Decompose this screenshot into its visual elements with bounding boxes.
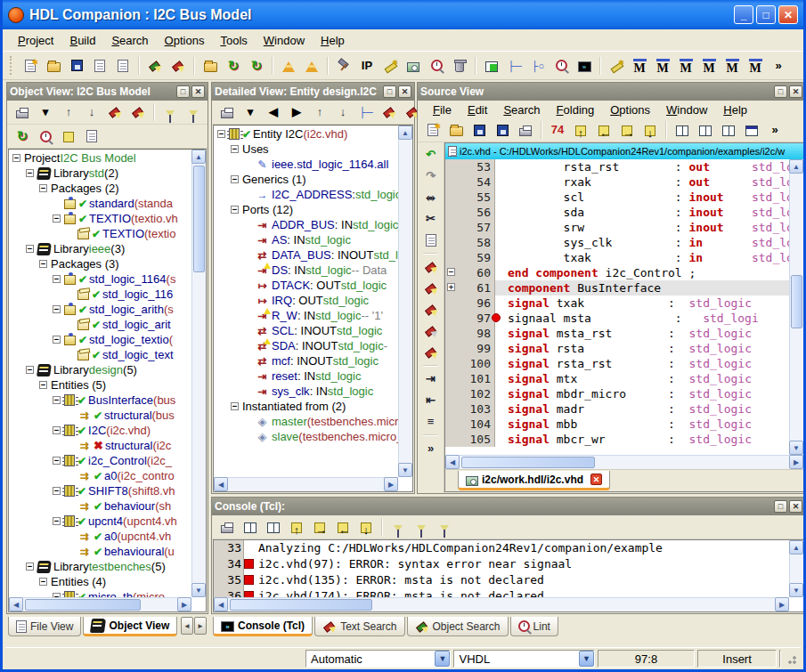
tree-node[interactable]: −✔TEXTIO (textio: [9, 226, 191, 241]
collapse-icon[interactable]: −: [231, 402, 239, 410]
code-line[interactable]: 60−end component i2c_Control ;: [445, 265, 789, 280]
menu-options[interactable]: Options: [157, 31, 213, 50]
tree-node[interactable]: −Entities (5): [9, 377, 191, 393]
tree-node[interactable]: −◈master (testbenches.micro: [214, 414, 398, 429]
tree-node[interactable]: −✔i2c_Control (i2c_: [9, 453, 191, 468]
tile-vertical-icon[interactable]: [718, 119, 739, 141]
fold-expand-icon[interactable]: +: [447, 283, 455, 291]
tree-node[interactable]: −⇄mcf : INOUT std_logic: [214, 353, 398, 368]
line-number[interactable]: 99: [445, 341, 495, 356]
tree-node[interactable]: −✔standard (standa: [9, 196, 191, 211]
code-line[interactable]: 98signal msta_rst : std_logic: [445, 326, 789, 341]
font-size-icon[interactable]: 74: [547, 119, 568, 141]
tree-node[interactable]: −✔std_logic_1164 (s: [9, 271, 191, 287]
menu-help[interactable]: Help: [313, 31, 353, 50]
toggle-hierarchy-view-icon[interactable]: ├─: [504, 55, 525, 77]
maximize-button[interactable]: □: [756, 5, 776, 24]
language-dropdown[interactable]: VHDL ▼: [453, 650, 595, 668]
source-view-close-button[interactable]: ✕: [789, 85, 802, 98]
tree-node[interactable]: −Library design (5): [9, 362, 191, 377]
line-number[interactable]: 58: [445, 235, 495, 250]
tree-node[interactable]: −Library ieee (3): [9, 241, 191, 256]
modelsim-compile-all-icon[interactable]: M: [652, 55, 673, 77]
indent-icon[interactable]: ≡: [420, 411, 442, 433]
editor-vscrollbar[interactable]: ▲▼: [789, 159, 803, 455]
line-number[interactable]: 61+: [445, 280, 495, 296]
project-report-icon[interactable]: [89, 55, 110, 77]
bookmark-up-icon[interactable]: ↑: [286, 516, 307, 538]
tree-node[interactable]: −Library std (2): [9, 166, 191, 181]
tab-scroll-right-icon[interactable]: ►: [194, 617, 207, 635]
new-file-icon[interactable]: [422, 119, 444, 141]
capture-icon[interactable]: [403, 55, 424, 77]
tree-node[interactable]: −→I2C_ADDRESS : std_logic_: [214, 187, 398, 202]
collapse-icon[interactable]: −: [26, 245, 34, 253]
collapse-icon[interactable]: −: [12, 154, 20, 162]
editor-file-tab[interactable]: i2c/work.hdl/i2c.vhd ✕: [458, 471, 610, 490]
tile-horizontal-icon[interactable]: [741, 119, 762, 141]
lint-icon[interactable]: [426, 55, 447, 77]
detailed-view-vscrollbar[interactable]: ▲▼: [398, 125, 412, 477]
menu-search[interactable]: Search: [103, 31, 156, 50]
bookmark-prev-icon[interactable]: ←: [332, 516, 354, 538]
tree-node[interactable]: −✔micro_tb (micro: [9, 589, 191, 597]
tree-node[interactable]: −⇄DATA_BUS : INOUT std_log: [214, 247, 398, 263]
tree-node[interactable]: −✎ieee.std_logic_1164.all: [214, 157, 398, 172]
tree-node[interactable]: −⇉✔a0 (i2c_contro: [9, 468, 191, 483]
search-more-icon[interactable]: [127, 101, 149, 123]
search-icon[interactable]: [379, 101, 400, 123]
generate-icon[interactable]: [379, 55, 401, 77]
collapse-icon[interactable]: −: [39, 381, 47, 389]
tree-node[interactable]: −✔upcnt4 (upcnt4.vh: [9, 514, 191, 529]
save-file-icon[interactable]: [468, 119, 490, 141]
tree-node[interactable]: −✔Entity I2C (i2c.vhd): [214, 126, 398, 142]
console-hscrollbar[interactable]: ◀▶: [214, 597, 789, 611]
collapse-icon[interactable]: −: [39, 184, 47, 192]
source-view-maximize-button[interactable]: □: [774, 85, 787, 98]
menu-options[interactable]: Options: [602, 101, 658, 119]
toolbar-overflow-icon[interactable]: »: [768, 55, 789, 77]
close-window-icon[interactable]: [672, 119, 693, 141]
tree-node[interactable]: −⇥sys_clk : IN std_logic: [214, 384, 398, 399]
filter-errors-icon[interactable]: [387, 516, 409, 538]
console-vscrollbar[interactable]: ▲▼: [789, 540, 803, 597]
goto-prev-icon[interactable]: ⇤: [420, 390, 442, 411]
bookmark-down-icon[interactable]: ↓: [355, 516, 377, 538]
tree-node[interactable]: −⇉✖structural (i2c: [9, 438, 191, 453]
toolbar-grip[interactable]: [10, 56, 14, 76]
print-menu-icon[interactable]: ▾: [240, 101, 261, 123]
more-icon[interactable]: »: [420, 438, 442, 459]
window-icon[interactable]: [263, 516, 284, 538]
tree-node[interactable]: −⇄SCL : INOUT std_logic: [214, 323, 398, 338]
tree-node[interactable]: −Generics (1): [214, 172, 398, 187]
tree-node[interactable]: −Project I2C Bus Model: [9, 150, 191, 166]
fold-collapse-icon[interactable]: −: [447, 268, 455, 276]
object-view-maximize-button[interactable]: □: [176, 85, 190, 98]
collapse-icon[interactable]: −: [26, 563, 34, 571]
collapse-icon[interactable]: −: [53, 396, 61, 404]
menu-folding[interactable]: Folding: [549, 101, 603, 119]
code-line[interactable]: 97signaal msta : std_logi: [445, 311, 789, 326]
print-menu-icon[interactable]: ▾: [35, 101, 56, 123]
refresh-icon[interactable]: ↻: [12, 125, 33, 147]
tree-node[interactable]: −✔std_logic_arith (s: [9, 302, 191, 317]
code-line[interactable]: 105signal mbcr_wr : std_logic: [445, 432, 789, 447]
cut-icon[interactable]: ✂: [420, 208, 442, 230]
print-icon[interactable]: [216, 101, 238, 123]
modelsim-doc-icon[interactable]: M: [698, 55, 720, 77]
modelsim-compile-icon[interactable]: M: [629, 55, 650, 77]
sort-report-icon[interactable]: [81, 125, 102, 147]
console-line[interactable]: 34i2c.vhd(97): ERROR: syntax error near …: [214, 556, 789, 572]
save-project-icon[interactable]: [66, 55, 87, 77]
collapse-icon[interactable]: −: [39, 260, 47, 268]
console-line[interactable]: 36i2c.vhd(174): ERROR: msta is not decla…: [214, 588, 789, 597]
collapse-icon[interactable]: −: [53, 457, 61, 465]
tree-node[interactable]: −Entities (4): [9, 574, 191, 589]
tree-node[interactable]: −Instantiated from (2): [214, 399, 398, 414]
tab-scroll-left-icon[interactable]: ◄: [181, 617, 193, 635]
search-prev-icon[interactable]: [420, 299, 442, 320]
search-remove-icon[interactable]: [420, 320, 442, 342]
code-line[interactable]: 55 scl : inout std_logic: [445, 190, 789, 205]
console-output[interactable]: 33Analyzing C:/HDLWorks/HDLCompanion24Re…: [214, 540, 789, 597]
line-number[interactable]: 97: [445, 311, 495, 326]
